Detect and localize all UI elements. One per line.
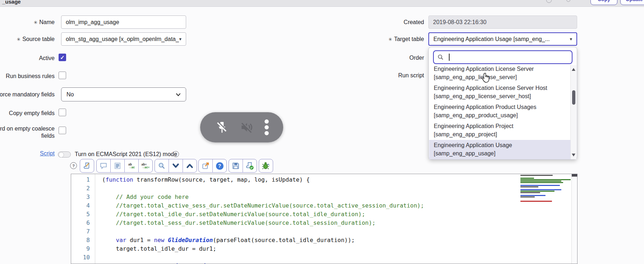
dropdown-item[interactable]: Engineering Application Project[samp_eng… [429, 121, 570, 140]
run-script-label: Run script [359, 72, 424, 79]
more-options-icon[interactable] [264, 119, 269, 136]
help-icon[interactable]: ? [173, 151, 179, 157]
created-label: Created [359, 19, 424, 26]
code-line[interactable]: 8 var dur1 = new GlideDuration(parseFloa… [71, 236, 577, 245]
code-lines: 1(function transformRow(source, target, … [71, 176, 577, 264]
dropdown-item[interactable]: Engineering Application Product Usages[s… [429, 102, 570, 121]
script-link[interactable]: Script [0, 150, 55, 157]
code-line[interactable]: 2 [71, 184, 577, 193]
replace-button[interactable]: ab→ac [125, 159, 139, 172]
mouse-cursor-hand [480, 72, 491, 84]
copy-empty-fields-checkbox[interactable] [59, 109, 66, 116]
target-table-dropdown-list: Engineering Application License Server[s… [429, 65, 570, 159]
dropdown-item[interactable]: Engineering Application License Server[s… [429, 65, 570, 83]
code-line[interactable]: 11 var dur2 = new GlideDuration(parseFlo… [71, 262, 577, 264]
name-label: ✳Name [0, 19, 55, 26]
order-label: Order [359, 54, 424, 62]
find-previous-button[interactable] [183, 159, 197, 172]
code-line[interactable]: 6 //target.total_sess_dur.setDateNumeric… [71, 219, 577, 227]
syntax-check-button[interactable] [243, 159, 257, 172]
active-checkbox[interactable]: ✓ [59, 54, 66, 61]
active-label: Active [0, 55, 55, 62]
chevron-down-icon: ▾ [179, 36, 181, 42]
code-line[interactable]: 4 //target.total_active_sess_dur.setDate… [71, 201, 577, 210]
search-button[interactable] [155, 159, 169, 172]
mandatory-icon: ✳ [17, 37, 20, 42]
mandatory-icon: ✳ [388, 37, 392, 42]
scrollbar-thumb[interactable] [572, 90, 575, 105]
replace-all-button[interactable]: ab≡→ac≡ [139, 159, 152, 172]
dropdown-item[interactable]: Engineering Application License Server H… [429, 83, 570, 102]
comment-button[interactable] [97, 159, 111, 172]
record-on-empty-coalesce-fields-label: Record on empty coalesce fields [0, 125, 55, 140]
enforce-mandatory-fields-select[interactable]: No [61, 87, 186, 101]
chevron-down-icon: ▾ [570, 36, 572, 42]
find-next-button[interactable] [169, 159, 183, 172]
copy-empty-fields-label: Copy empty fields [0, 110, 55, 117]
editor-scrollbar-thumb[interactable] [572, 174, 577, 177]
code-line[interactable]: 5 //target.total_idle_dur.setDateNumeric… [71, 210, 577, 219]
dropdown-item[interactable]: Engineering Application Usage[samp_eng_a… [429, 140, 570, 159]
created-field: 2019-08-03 22:16:30 [428, 15, 577, 29]
page-title: _usage [2, 0, 21, 5]
scroll-down-icon[interactable] [572, 154, 575, 156]
code-line[interactable]: 1(function transformRow(source, target, … [71, 176, 577, 184]
enforce-mandatory-fields-label: Enforce mandatory fields [0, 91, 55, 98]
name-input[interactable]: olm_imp_agg_usage [61, 15, 186, 29]
run-business-rules-label: Run business rules [0, 73, 55, 80]
editor-help-icon[interactable]: ? [70, 162, 77, 169]
run-business-rules-checkbox[interactable] [59, 72, 66, 79]
debug-button[interactable] [259, 159, 273, 172]
transform-map-form-page: _usage Copy Update ✳Name olm_imp_agg_usa… [0, 0, 644, 264]
editor-help-button[interactable]: ? [213, 159, 226, 172]
code-line[interactable]: 7 [71, 227, 577, 236]
editor-scrollbar[interactable] [571, 174, 577, 264]
ecmascript-toggle[interactable] [58, 151, 71, 158]
format-code-button[interactable] [80, 159, 94, 172]
code-line[interactable]: 9 target.total_idle_dur = dur1; [71, 245, 577, 253]
floating-controls-pill [200, 112, 283, 142]
audio-off-icon[interactable] [239, 119, 254, 135]
target-table-field[interactable]: Engineering Application Usage [samp_eng_… [428, 32, 577, 46]
dropdown-search-input[interactable] [433, 50, 572, 64]
copy-button[interactable]: Copy [590, 0, 617, 5]
update-button[interactable]: Update [620, 0, 644, 5]
scroll-up-icon[interactable] [572, 68, 575, 71]
dropdown-scrollbar[interactable] [570, 65, 576, 159]
source-table-label: ✳Source table [0, 36, 55, 43]
save-button[interactable] [229, 159, 243, 172]
chevron-down-icon [176, 93, 181, 96]
toggle-knob [59, 152, 64, 158]
code-minimap [520, 175, 574, 202]
text-caret [449, 54, 450, 61]
target-table-label: ✳Target table [359, 36, 424, 43]
script-code-editor[interactable]: 1(function transformRow(source, target, … [71, 174, 578, 264]
target-table-dropdown: Engineering Application License Server[s… [428, 47, 577, 160]
code-line[interactable]: 10 [71, 253, 577, 262]
mandatory-icon: ✳ [33, 20, 37, 25]
source-table-field[interactable]: olm_stg_agg_usage [x_oplm_openlm_data_..… [61, 32, 186, 46]
open-in-new-window-button[interactable] [199, 159, 213, 172]
format-document-button[interactable] [111, 159, 125, 172]
code-line[interactable]: 3 // Add your code here [71, 193, 577, 201]
record-on-empty-coalesce-fields-checkbox[interactable] [59, 127, 66, 134]
pin-off-icon[interactable] [214, 120, 229, 135]
ecmascript-toggle-label: Turn on ECMAScript 2021 (ES12) mode [75, 151, 183, 158]
search-icon [437, 54, 444, 60]
